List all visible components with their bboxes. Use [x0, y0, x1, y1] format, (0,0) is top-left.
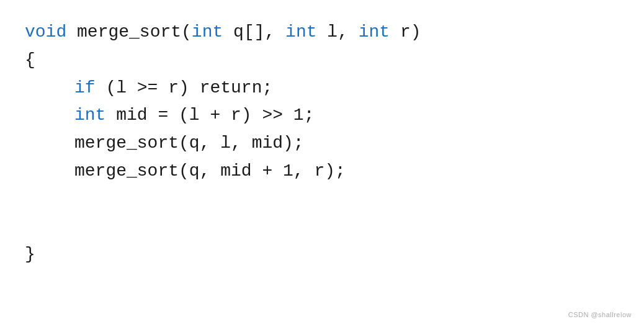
- code-line-1: void merge_sort(int q[], int l, int r): [25, 19, 619, 47]
- code-line-6: merge_sort(q, mid + 1, r);: [25, 158, 619, 186]
- code-line-5: merge_sort(q, l, mid);: [25, 130, 619, 158]
- code-text: q[],: [223, 22, 285, 42]
- code-line-4: int mid = (l + r) >> 1;: [25, 102, 619, 130]
- code-line-9: }: [25, 241, 619, 269]
- code-text: l,: [317, 22, 359, 42]
- code-text: r): [390, 22, 421, 42]
- brace-close: }: [25, 245, 35, 264]
- keyword-int-2: int: [285, 22, 316, 42]
- keyword-if: if: [74, 78, 96, 97]
- watermark: CSDN @shallrelow: [568, 310, 632, 321]
- code-line-7: [25, 186, 619, 213]
- code-text: merge_sort(: [66, 22, 192, 42]
- code-line-2: {: [25, 47, 619, 74]
- keyword-void: void: [25, 22, 66, 42]
- code-text: (l >= r) return;: [96, 78, 273, 97]
- keyword-int-4: int: [74, 105, 105, 125]
- code-text: merge_sort(q, mid + 1, r);: [74, 161, 346, 181]
- code-text: merge_sort(q, l, mid);: [74, 133, 304, 153]
- code-text: mid = (l + r) >> 1;: [105, 105, 314, 125]
- code-line-8: [25, 213, 619, 241]
- keyword-int-3: int: [359, 22, 390, 42]
- code-block: void merge_sort(int q[], int l, int r) {…: [0, 0, 644, 287]
- keyword-int-1: int: [192, 22, 223, 42]
- brace-open: {: [25, 50, 35, 70]
- code-line-3: if (l >= r) return;: [25, 74, 619, 102]
